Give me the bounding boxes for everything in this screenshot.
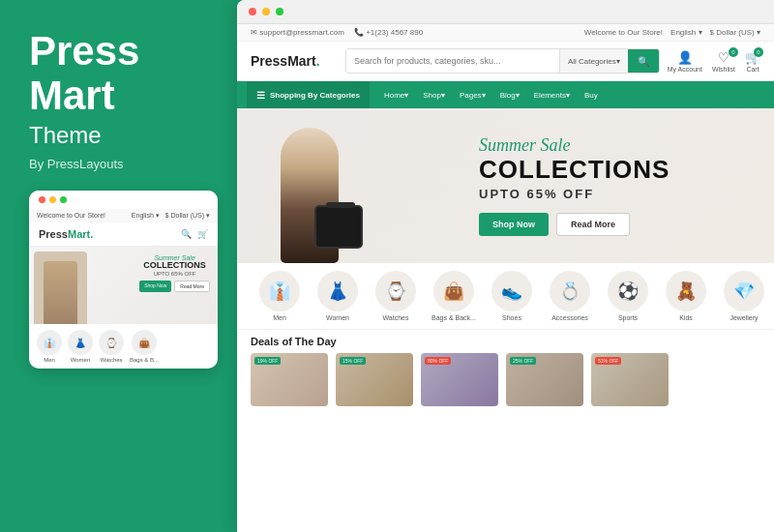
- cat-sports[interactable]: ⚽ Sports: [599, 271, 657, 321]
- search-button[interactable]: 🔍: [628, 49, 659, 73]
- nav-home[interactable]: Home ▾: [377, 81, 415, 108]
- mobile-dot-yellow: [49, 196, 56, 203]
- hero-model-figure: [256, 113, 363, 263]
- hero-read-more-btn[interactable]: Read More: [556, 213, 630, 236]
- mobile-hero: Summer Sale COLLECTIONS UPTO 65% OFF Sho…: [29, 247, 218, 324]
- topbar-phone: 📞 +1(23) 4567 890: [354, 28, 423, 37]
- mobile-hero-buttons: Shop Now Read More: [139, 281, 210, 292]
- cat-watches[interactable]: ⌚ Watches: [367, 271, 425, 321]
- mobile-read-more-btn[interactable]: Read More: [174, 281, 210, 292]
- hero-summer-text: Summer Sale: [479, 135, 755, 156]
- topbar-email: ✉ support@pressmart.com: [251, 28, 344, 37]
- wishlist-icon: ♡0: [718, 50, 729, 65]
- nav-links: Home ▾ Shop ▾ Pages ▾ Blog ▾ Elements ▾ …: [377, 81, 605, 108]
- deal-badge-4: 25% OFF: [510, 357, 536, 365]
- deal-card-1[interactable]: 19% OFF: [251, 353, 328, 406]
- cat-shoes-icon: 👟: [491, 271, 532, 311]
- deal-badge-2: 15% OFF: [340, 357, 366, 365]
- cat-accessories[interactable]: 💍 Accessories: [541, 271, 599, 321]
- hero-text: Summer Sale COLLECTIONS UPTO 65% OFF Sho…: [469, 116, 774, 256]
- site-topbar: ✉ support@pressmart.com 📞 +1(23) 4567 89…: [237, 24, 774, 42]
- deal-card-4[interactable]: 25% OFF: [506, 353, 583, 406]
- cat-jewellery[interactable]: 💎 Jewellery: [715, 271, 773, 321]
- deals-title: Deals of The Day: [251, 336, 760, 347]
- hero-model-area: [237, 108, 469, 263]
- brand-title: Press Mart: [29, 29, 139, 118]
- mobile-dot-red: [39, 196, 45, 203]
- hero-buttons: Shop Now Read More: [479, 213, 755, 236]
- header-actions: 👤 My Account ♡0 Wishlist 🛒0 Cart: [668, 50, 760, 73]
- mobile-cat-bags: 👜 Bags & B...: [130, 330, 159, 363]
- cat-bags[interactable]: 👜 Bags & Back...: [425, 271, 483, 321]
- nav-elements[interactable]: Elements ▾: [527, 81, 577, 108]
- deal-badge-1: 19% OFF: [254, 357, 281, 365]
- mobile-header: PressMart. 🔍 🛒: [29, 222, 218, 247]
- mobile-categories: 👔 Men 👗 Women ⌚ Watches 👜 Bags & B...: [29, 324, 218, 369]
- deal-badge-3: 80% OFF: [425, 357, 451, 365]
- mobile-cart-icon: 🛒: [197, 229, 208, 239]
- mobile-shop-now-btn[interactable]: Shop Now: [139, 281, 171, 292]
- wishlist-action[interactable]: ♡0 Wishlist: [712, 50, 735, 73]
- deal-card-5[interactable]: 51% OFF: [591, 353, 669, 406]
- hero-discount-text: UPTO 65% OFF: [479, 187, 755, 201]
- deal-card-2[interactable]: 15% OFF: [336, 353, 413, 406]
- cat-women[interactable]: 👗 Women: [309, 271, 367, 321]
- hamburger-icon: ☰: [256, 90, 265, 101]
- deal-card-3[interactable]: 80% OFF: [421, 353, 498, 406]
- mobile-cat-men: 👔 Men: [37, 330, 62, 363]
- cat-shoes[interactable]: 👟 Shoes: [483, 271, 541, 321]
- cat-bags-icon: 👜: [433, 271, 474, 311]
- browser-dot-yellow: [262, 8, 270, 15]
- site-logo: PressMart.: [251, 53, 338, 69]
- user-icon: 👤: [677, 50, 693, 65]
- nav-shop[interactable]: Shop ▾: [416, 81, 452, 108]
- hero-collections-text: COLLECTIONS: [479, 156, 755, 184]
- cat-kids[interactable]: 🧸 Kids: [657, 271, 715, 321]
- cat-men[interactable]: 👔 Men: [251, 271, 309, 321]
- shopping-categories-btn[interactable]: ☰ Shopping By Categories: [247, 81, 370, 108]
- mobile-browser-bar: [29, 191, 218, 209]
- topbar-welcome: Welcome to Our Store!: [584, 28, 663, 37]
- cart-icon: 🛒0: [745, 50, 760, 65]
- nav-blog[interactable]: Blog ▾: [493, 81, 526, 108]
- search-category-dropdown[interactable]: All Categories ▾: [559, 49, 628, 73]
- mobile-welcome-bar: Welcome to Our Store! English ▾ $ Dollar…: [29, 209, 218, 222]
- browser-bar: [237, 0, 774, 24]
- topbar-right: Welcome to Our Store! English ▾ $ Dollar…: [584, 28, 760, 37]
- deals-row: 19% OFF 15% OFF 80% OFF 25% OFF 51% OFF: [251, 353, 760, 406]
- topbar-currency[interactable]: $ Dollar (US) ▾: [710, 28, 760, 37]
- my-account-action[interactable]: 👤 My Account: [668, 50, 702, 73]
- deals-section: Deals of The Day 19% OFF 15% OFF 80% OFF…: [237, 330, 774, 532]
- mobile-hero-model: [34, 251, 87, 324]
- hero-section: Summer Sale COLLECTIONS UPTO 65% OFF Sho…: [237, 108, 774, 263]
- mobile-header-icons: 🔍 🛒: [181, 229, 208, 239]
- cat-kids-icon: 🧸: [666, 271, 706, 311]
- cat-accessories-icon: 💍: [550, 271, 590, 311]
- topbar-left: ✉ support@pressmart.com 📞 +1(23) 4567 89…: [251, 28, 423, 37]
- cat-men-icon: 👔: [259, 271, 300, 311]
- nav-pages[interactable]: Pages ▾: [453, 81, 492, 108]
- cat-women-icon: 👗: [317, 271, 358, 311]
- brand-sub: Theme: [29, 122, 102, 149]
- cat-watches-icon: ⌚: [375, 271, 416, 311]
- mobile-hero-text: Summer Sale COLLECTIONS UPTO 65% OFF Sho…: [139, 254, 210, 292]
- right-panel: ✉ support@pressmart.com 📞 +1(23) 4567 89…: [237, 0, 774, 532]
- mobile-preview: Welcome to Our Store! English ▾ $ Dollar…: [29, 191, 218, 369]
- mobile-logo: PressMart.: [39, 228, 93, 240]
- cat-sports-icon: ⚽: [608, 271, 648, 311]
- mobile-search-icon: 🔍: [181, 229, 192, 239]
- topbar-language[interactable]: English ▾: [670, 28, 701, 37]
- browser-content: ✉ support@pressmart.com 📞 +1(23) 4567 89…: [237, 24, 774, 532]
- deal-badge-5: 51% OFF: [595, 357, 621, 365]
- by-label: By PressLayouts: [29, 157, 124, 171]
- search-input[interactable]: [346, 49, 559, 73]
- site-header: PressMart. All Categories ▾ 🔍 👤 My Accou…: [237, 42, 774, 81]
- hero-bag: [314, 205, 363, 249]
- hero-shop-now-btn[interactable]: Shop Now: [479, 213, 549, 236]
- nav-buy[interactable]: Buy: [578, 81, 605, 108]
- cart-action[interactable]: 🛒0 Cart: [745, 50, 760, 73]
- site-nav: ☰ Shopping By Categories Home ▾ Shop ▾ P…: [237, 81, 774, 108]
- left-panel: Press Mart Theme By PressLayouts Welcome…: [0, 0, 237, 532]
- mobile-cat-watches: ⌚ Watches: [99, 330, 124, 363]
- browser-dot-red: [249, 8, 256, 15]
